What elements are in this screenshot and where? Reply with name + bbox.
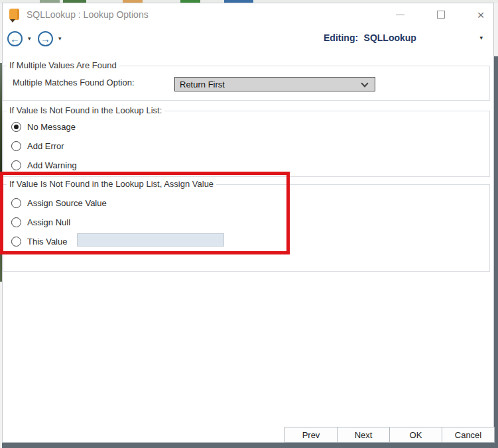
group-title: If Value Is Not Found in the Lookup List…: [7, 179, 216, 189]
multiple-matches-label: Multiple Matches Found Option:: [13, 78, 135, 87]
back-dropdown-caret[interactable]: ▾: [28, 35, 31, 42]
this-value-input[interactable]: [77, 233, 224, 247]
group-not-found-assign: If Value Is Not Found in the Lookup List…: [3, 184, 490, 272]
group-title: If Multiple Values Are Found: [7, 60, 119, 70]
radio-label: Add Error: [27, 141, 64, 151]
minimize-icon: [396, 15, 405, 15]
radio-label: No Message: [27, 122, 76, 132]
group-title: If Value Is Not Found in the Lookup List…: [7, 105, 164, 115]
ok-button[interactable]: OK: [389, 427, 442, 443]
radio-this-value[interactable]: This Value: [11, 235, 67, 247]
radio-assign-null[interactable]: Assign Null: [11, 216, 70, 228]
maximize-button[interactable]: [427, 5, 455, 25]
window-edge-bottom: [2, 443, 498, 448]
editing-label: Editing:: [324, 32, 358, 43]
radio-icon: [11, 198, 21, 208]
editing-combobox[interactable]: Editing: SQLLookup ▾: [324, 32, 484, 46]
group-multiple-values: If Multiple Values Are Found Multiple Ma…: [3, 66, 490, 101]
back-button[interactable]: ←: [7, 31, 23, 46]
footer-button-row: Prev Next OK Cancel: [284, 427, 495, 443]
group-not-found-message: If Value Is Not Found in the Lookup List…: [3, 111, 490, 177]
screen: SQLLookup : Lookup Options × ← ▾ → ▾ Edi…: [0, 0, 498, 448]
radio-label: Assign Source Value: [27, 198, 107, 208]
forward-button[interactable]: →: [38, 31, 53, 46]
app-lookup-icon: [9, 9, 19, 20]
radio-label: Add Warning: [27, 160, 77, 170]
button-label: Cancel: [455, 430, 481, 440]
radio-add-error[interactable]: Add Error: [11, 140, 64, 152]
radio-icon: [11, 160, 21, 170]
dropdown-value: Return First: [180, 80, 225, 89]
radio-icon: [11, 141, 21, 151]
forward-dropdown-caret[interactable]: ▾: [58, 35, 62, 42]
cancel-button[interactable]: Cancel: [442, 427, 495, 443]
button-label: Next: [355, 430, 373, 440]
next-button[interactable]: Next: [337, 427, 390, 443]
button-label: OK: [410, 430, 422, 440]
radio-icon: [11, 217, 21, 227]
button-label: Prev: [302, 430, 320, 440]
radio-assign-source-value[interactable]: Assign Source Value: [11, 197, 107, 209]
radio-label: Assign Null: [27, 217, 70, 227]
back-arrow-icon: ←: [10, 33, 20, 44]
prev-button[interactable]: Prev: [284, 427, 338, 443]
chevron-down-icon: ▾: [58, 35, 62, 42]
title-bar: SQLLookup : Lookup Options ×: [3, 3, 493, 27]
chevron-down-icon: ▾: [28, 35, 31, 42]
radio-add-warning[interactable]: Add Warning: [11, 159, 77, 171]
maximize-icon: [437, 11, 445, 19]
radio-no-message[interactable]: No Message: [11, 121, 76, 133]
window-title: SQLLookup : Lookup Options: [27, 9, 149, 20]
close-button[interactable]: ×: [467, 5, 495, 25]
close-icon: ×: [477, 9, 484, 21]
chevron-down-icon: ▾: [479, 34, 483, 41]
chevron-down-icon: [361, 80, 368, 87]
minimize-button[interactable]: [386, 5, 414, 25]
forward-arrow-icon: →: [40, 33, 50, 44]
multiple-matches-dropdown[interactable]: Return First: [174, 77, 375, 91]
radio-icon: [11, 122, 21, 132]
radio-label: This Value: [27, 237, 67, 247]
editing-value: SQLLookup: [364, 32, 416, 43]
window-edge-right: [494, 56, 498, 448]
radio-icon: [11, 237, 21, 247]
